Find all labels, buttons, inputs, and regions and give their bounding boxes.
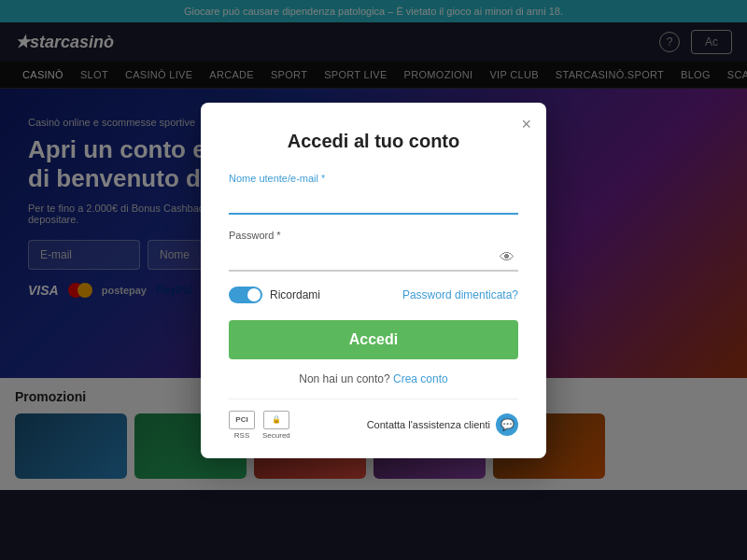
modal-title: Accedi al tuo conto xyxy=(229,131,518,152)
password-label: Password * xyxy=(229,230,518,241)
create-account-link[interactable]: Crea conto xyxy=(393,372,448,385)
login-modal: × Accedi al tuo conto Nome utente/e-mail… xyxy=(201,103,546,458)
no-account-text: Non hai un conto? xyxy=(299,372,389,385)
support-circle-icon: 💬 xyxy=(496,413,518,436)
remember-row: Ricordami Password dimenticata? xyxy=(229,287,518,303)
pci-icon: PCI xyxy=(229,411,255,429)
password-input[interactable] xyxy=(229,245,518,272)
secured-label: Secured xyxy=(262,431,290,440)
password-form-group: Password * 👁 xyxy=(229,230,518,272)
remember-toggle[interactable] xyxy=(229,287,262,303)
username-input[interactable] xyxy=(229,188,518,215)
support-label: Contatta l'assistenza clienti xyxy=(367,419,490,430)
remember-label: Ricordami xyxy=(270,288,320,301)
toggle-knob xyxy=(247,288,261,301)
accedi-button[interactable]: Accedi xyxy=(229,320,518,359)
password-input-wrap: 👁 xyxy=(229,245,518,272)
support-link[interactable]: Contatta l'assistenza clienti 💬 xyxy=(367,413,518,436)
secured-icon: 🔒 xyxy=(263,411,289,429)
create-account-row: Non hai un conto? Crea conto xyxy=(229,372,518,385)
secured-badge: 🔒 Secured xyxy=(262,411,290,440)
modal-overlay: × Accedi al tuo conto Nome utente/e-mail… xyxy=(0,0,747,560)
remember-left: Ricordami xyxy=(229,287,320,303)
modal-close-button[interactable]: × xyxy=(521,116,531,133)
pci-badge: PCI RSS xyxy=(229,411,255,440)
username-form-group: Nome utente/e-mail * xyxy=(229,173,518,215)
pci-label: RSS xyxy=(234,431,249,440)
modal-footer: PCI RSS 🔒 Secured Contatta l'assistenza … xyxy=(229,399,518,440)
username-label: Nome utente/e-mail * xyxy=(229,173,518,184)
security-badges: PCI RSS 🔒 Secured xyxy=(229,411,290,440)
forgot-password-link[interactable]: Password dimenticata? xyxy=(402,288,518,301)
password-visibility-icon[interactable]: 👁 xyxy=(500,249,514,266)
